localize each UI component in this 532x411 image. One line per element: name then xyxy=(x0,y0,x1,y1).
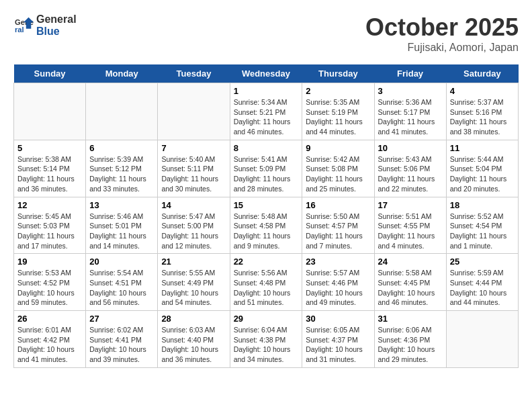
day-number: 21 xyxy=(161,257,226,267)
day-number: 11 xyxy=(450,143,515,153)
day-number: 25 xyxy=(450,257,515,267)
day-number: 15 xyxy=(234,200,299,210)
header-row: SundayMondayTuesdayWednesdayThursdayFrid… xyxy=(14,64,519,83)
calendar-cell: 11Sunrise: 5:44 AMSunset: 5:04 PMDayligh… xyxy=(446,140,518,197)
day-number: 22 xyxy=(234,257,299,267)
cell-content: Sunrise: 5:57 AMSunset: 4:46 PMDaylight:… xyxy=(306,268,370,308)
cell-content: Sunrise: 5:40 AMSunset: 5:11 PMDaylight:… xyxy=(161,154,226,194)
calendar-cell: 18Sunrise: 5:52 AMSunset: 4:54 PMDayligh… xyxy=(446,197,518,254)
cell-content: Sunrise: 5:43 AMSunset: 5:06 PMDaylight:… xyxy=(378,154,443,194)
day-number: 17 xyxy=(378,200,443,210)
cell-content: Sunrise: 5:47 AMSunset: 5:00 PMDaylight:… xyxy=(161,212,226,251)
header-sunday: Sunday xyxy=(14,64,86,83)
day-number: 4 xyxy=(450,86,515,96)
cell-content: Sunrise: 5:53 AMSunset: 4:52 PMDaylight:… xyxy=(17,268,82,308)
calendar-cell: 17Sunrise: 5:51 AMSunset: 4:55 PMDayligh… xyxy=(374,197,446,254)
cell-content: Sunrise: 5:44 AMSunset: 5:04 PMDaylight:… xyxy=(450,154,515,194)
cell-content: Sunrise: 5:36 AMSunset: 5:17 PMDaylight:… xyxy=(378,97,443,137)
logo-text: General Blue xyxy=(36,13,77,38)
calendar-cell: 4Sunrise: 5:37 AMSunset: 5:16 PMDaylight… xyxy=(446,83,518,140)
calendar-cell xyxy=(446,311,518,368)
calendar-cell: 28Sunrise: 6:03 AMSunset: 4:40 PMDayligh… xyxy=(158,311,230,368)
cell-content: Sunrise: 5:38 AMSunset: 5:14 PMDaylight:… xyxy=(17,154,82,194)
day-number: 24 xyxy=(378,257,443,267)
calendar-cell xyxy=(86,83,158,140)
calendar-cell: 12Sunrise: 5:45 AMSunset: 5:03 PMDayligh… xyxy=(14,197,86,254)
page-header: Gene ral General Blue October 2025 Fujis… xyxy=(13,13,519,54)
day-number: 18 xyxy=(450,200,515,210)
calendar-cell: 10Sunrise: 5:43 AMSunset: 5:06 PMDayligh… xyxy=(374,140,446,197)
cell-content: Sunrise: 5:51 AMSunset: 4:55 PMDaylight:… xyxy=(378,212,443,251)
day-number: 27 xyxy=(89,314,154,324)
calendar-cell: 19Sunrise: 5:53 AMSunset: 4:52 PMDayligh… xyxy=(14,254,86,311)
location-subtitle: Fujisaki, Aomori, Japan xyxy=(365,42,519,54)
cell-content: Sunrise: 6:01 AMSunset: 4:42 PMDaylight:… xyxy=(17,325,82,365)
cell-content: Sunrise: 5:59 AMSunset: 4:44 PMDaylight:… xyxy=(450,268,515,308)
day-number: 16 xyxy=(306,200,370,210)
calendar-cell: 3Sunrise: 5:36 AMSunset: 5:17 PMDaylight… xyxy=(374,83,446,140)
calendar-cell: 22Sunrise: 5:56 AMSunset: 4:48 PMDayligh… xyxy=(230,254,302,311)
day-number: 7 xyxy=(161,143,226,153)
cell-content: Sunrise: 6:05 AMSunset: 4:37 PMDaylight:… xyxy=(306,325,370,365)
calendar-cell: 1Sunrise: 5:34 AMSunset: 5:21 PMDaylight… xyxy=(230,83,302,140)
calendar-cell: 29Sunrise: 6:04 AMSunset: 4:38 PMDayligh… xyxy=(230,311,302,368)
calendar-cell: 20Sunrise: 5:54 AMSunset: 4:51 PMDayligh… xyxy=(86,254,158,311)
calendar-cell xyxy=(14,83,86,140)
calendar-table: SundayMondayTuesdayWednesdayThursdayFrid… xyxy=(13,64,519,368)
day-number: 5 xyxy=(17,143,82,153)
calendar-cell: 21Sunrise: 5:55 AMSunset: 4:49 PMDayligh… xyxy=(158,254,230,311)
calendar-cell: 24Sunrise: 5:58 AMSunset: 4:45 PMDayligh… xyxy=(374,254,446,311)
week-row-4: 19Sunrise: 5:53 AMSunset: 4:52 PMDayligh… xyxy=(14,254,519,311)
cell-content: Sunrise: 6:03 AMSunset: 4:40 PMDaylight:… xyxy=(161,325,226,365)
cell-content: Sunrise: 5:42 AMSunset: 5:08 PMDaylight:… xyxy=(306,154,370,194)
cell-content: Sunrise: 5:35 AMSunset: 5:19 PMDaylight:… xyxy=(306,97,370,137)
logo: Gene ral General Blue xyxy=(13,13,77,38)
day-number: 29 xyxy=(234,314,299,324)
cell-content: Sunrise: 5:56 AMSunset: 4:48 PMDaylight:… xyxy=(234,268,299,308)
day-number: 19 xyxy=(17,257,82,267)
day-number: 13 xyxy=(89,200,154,210)
week-row-5: 26Sunrise: 6:01 AMSunset: 4:42 PMDayligh… xyxy=(14,311,519,368)
cell-content: Sunrise: 5:34 AMSunset: 5:21 PMDaylight:… xyxy=(234,97,299,137)
calendar-cell: 15Sunrise: 5:48 AMSunset: 4:58 PMDayligh… xyxy=(230,197,302,254)
day-number: 8 xyxy=(234,143,299,153)
cell-content: Sunrise: 5:39 AMSunset: 5:12 PMDaylight:… xyxy=(89,154,154,194)
day-number: 28 xyxy=(161,314,226,324)
day-number: 31 xyxy=(378,314,443,324)
logo-general: General xyxy=(36,13,77,25)
day-number: 30 xyxy=(306,314,370,324)
calendar-cell: 5Sunrise: 5:38 AMSunset: 5:14 PMDaylight… xyxy=(14,140,86,197)
calendar-cell xyxy=(158,83,230,140)
day-number: 3 xyxy=(378,86,443,96)
calendar-cell: 31Sunrise: 6:06 AMSunset: 4:36 PMDayligh… xyxy=(374,311,446,368)
calendar-cell: 26Sunrise: 6:01 AMSunset: 4:42 PMDayligh… xyxy=(14,311,86,368)
calendar-cell: 13Sunrise: 5:46 AMSunset: 5:01 PMDayligh… xyxy=(86,197,158,254)
svg-text:ral: ral xyxy=(15,26,24,34)
calendar-cell: 2Sunrise: 5:35 AMSunset: 5:19 PMDaylight… xyxy=(302,83,374,140)
calendar-cell: 6Sunrise: 5:39 AMSunset: 5:12 PMDaylight… xyxy=(86,140,158,197)
cell-content: Sunrise: 5:37 AMSunset: 5:16 PMDaylight:… xyxy=(450,97,515,137)
cell-content: Sunrise: 5:46 AMSunset: 5:01 PMDaylight:… xyxy=(89,212,154,251)
calendar-cell: 30Sunrise: 6:05 AMSunset: 4:37 PMDayligh… xyxy=(302,311,374,368)
month-title: October 2025 xyxy=(365,13,519,42)
day-number: 6 xyxy=(89,143,154,153)
logo-blue: Blue xyxy=(36,26,60,37)
cell-content: Sunrise: 5:52 AMSunset: 4:54 PMDaylight:… xyxy=(450,212,515,251)
logo-icon: Gene ral xyxy=(15,16,34,35)
header-saturday: Saturday xyxy=(446,64,518,83)
week-row-2: 5Sunrise: 5:38 AMSunset: 5:14 PMDaylight… xyxy=(14,140,519,197)
week-row-1: 1Sunrise: 5:34 AMSunset: 5:21 PMDaylight… xyxy=(14,83,519,140)
cell-content: Sunrise: 6:04 AMSunset: 4:38 PMDaylight:… xyxy=(234,325,299,365)
day-number: 23 xyxy=(306,257,370,267)
day-number: 1 xyxy=(234,86,299,96)
cell-content: Sunrise: 5:55 AMSunset: 4:49 PMDaylight:… xyxy=(161,268,226,308)
calendar-cell: 7Sunrise: 5:40 AMSunset: 5:11 PMDaylight… xyxy=(158,140,230,197)
day-number: 10 xyxy=(378,143,443,153)
day-number: 2 xyxy=(306,86,370,96)
day-number: 20 xyxy=(89,257,154,267)
cell-content: Sunrise: 6:02 AMSunset: 4:41 PMDaylight:… xyxy=(89,325,154,365)
calendar-cell: 9Sunrise: 5:42 AMSunset: 5:08 PMDaylight… xyxy=(302,140,374,197)
header-tuesday: Tuesday xyxy=(158,64,230,83)
cell-content: Sunrise: 5:54 AMSunset: 4:51 PMDaylight:… xyxy=(89,268,154,308)
cell-content: Sunrise: 5:41 AMSunset: 5:09 PMDaylight:… xyxy=(234,154,299,194)
